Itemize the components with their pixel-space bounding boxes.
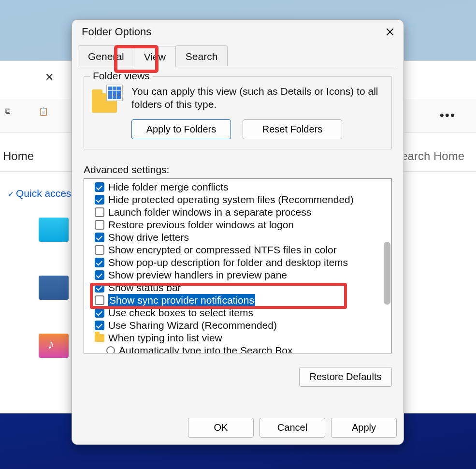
setting-label: Use Sharing Wizard (Recommended) (108, 319, 277, 332)
tab-search[interactable]: Search (175, 45, 228, 66)
setting-item[interactable]: Show sync provider notifications (95, 294, 390, 307)
setting-label: When typing into list view (108, 332, 222, 344)
folder-views-group: Folder views You can apply this view (su… (84, 76, 392, 149)
setting-item[interactable]: Show status bar (95, 281, 390, 294)
setting-label: Show preview handlers in preview pane (108, 269, 287, 281)
setting-item[interactable]: Automatically type into the Search Box (95, 344, 390, 353)
toolbar-icon[interactable]: 📋 (39, 107, 48, 116)
setting-item[interactable]: Launch folder windows in a separate proc… (95, 206, 390, 219)
setting-item[interactable]: Show preview handlers in preview pane (95, 269, 390, 281)
checkbox[interactable] (95, 195, 104, 205)
setting-label: Use check boxes to select items (108, 307, 253, 319)
setting-item[interactable]: When typing into list view (95, 332, 390, 344)
breadcrumb-home[interactable]: Home (3, 149, 34, 163)
setting-item[interactable]: Use Sharing Wizard (Recommended) (95, 319, 390, 332)
sidebar-folder-icon[interactable] (39, 276, 69, 300)
setting-label: Hide folder merge conflicts (108, 181, 229, 193)
checkbox[interactable] (95, 182, 104, 192)
dialog-buttons: OK Cancel Apply (72, 415, 404, 444)
apply-button[interactable]: Apply (331, 418, 397, 438)
title-bar: Folder Options (72, 20, 404, 44)
setting-item[interactable]: Use check boxes to select items (95, 307, 390, 319)
ok-button[interactable]: OK (188, 418, 254, 438)
setting-item[interactable]: Show pop-up description for folder and d… (95, 256, 390, 269)
checkbox[interactable] (95, 270, 104, 280)
folder-options-dialog: Folder Options General View Search Folde… (72, 19, 404, 445)
group-legend: Folder views (90, 70, 153, 82)
advanced-settings-list: Hide folder merge conflictsHide protecte… (84, 178, 392, 353)
setting-item[interactable]: Restore previous folder windows at logon (95, 219, 390, 231)
sidebar-item-quick-access[interactable]: Quick access (8, 188, 76, 199)
setting-label: Automatically type into the Search Box (119, 344, 293, 353)
setting-item[interactable]: Show encrypted or compressed NTFS files … (95, 244, 390, 256)
setting-label: Show sync provider notifications (108, 294, 255, 307)
dialog-title: Folder Options (82, 26, 380, 38)
close-button[interactable] (380, 22, 400, 42)
more-icon[interactable]: ••• (440, 108, 456, 123)
setting-label: Show drive letters (108, 231, 189, 244)
checkbox[interactable] (95, 283, 104, 293)
folder-icon (95, 334, 104, 342)
close-tab-icon[interactable]: ✕ (45, 71, 54, 84)
toolbar-icon[interactable]: ⧉ (5, 107, 10, 116)
setting-label: Launch folder windows in a separate proc… (108, 206, 311, 219)
checkbox[interactable] (95, 233, 104, 242)
tab-view[interactable]: View (134, 46, 176, 67)
setting-label: Show status bar (108, 281, 181, 294)
checkbox[interactable] (95, 207, 104, 217)
close-icon (386, 28, 394, 36)
sidebar-folder-icon[interactable] (39, 334, 69, 358)
radio[interactable] (106, 346, 115, 353)
sidebar-folder-icon[interactable] (39, 218, 69, 242)
checkbox[interactable] (95, 258, 104, 267)
checkbox[interactable] (95, 321, 104, 330)
reset-folders-button[interactable]: Reset Folders (243, 119, 342, 139)
setting-label: Show pop-up description for folder and d… (108, 256, 348, 269)
checkbox[interactable] (95, 308, 104, 318)
search-input[interactable]: Search Home (393, 149, 464, 163)
setting-item[interactable]: Show drive letters (95, 231, 390, 244)
checkbox[interactable] (95, 245, 104, 255)
cancel-button[interactable]: Cancel (260, 418, 325, 438)
folder-views-text: You can apply this view (such as Details… (131, 85, 384, 111)
folder-views-icon (92, 85, 123, 113)
setting-label: Restore previous folder windows at logon (108, 219, 294, 231)
tab-strip: General View Search (72, 44, 404, 66)
apply-to-folders-button[interactable]: Apply to Folders (131, 119, 231, 139)
restore-defaults-button[interactable]: Restore Defaults (299, 367, 392, 387)
tab-general[interactable]: General (78, 45, 134, 66)
setting-label: Show encrypted or compressed NTFS files … (108, 244, 337, 256)
setting-item[interactable]: Hide folder merge conflicts (95, 181, 390, 193)
scrollbar-thumb[interactable] (384, 242, 390, 305)
checkbox[interactable] (95, 295, 104, 305)
setting-label: Hide protected operating system files (R… (108, 193, 354, 206)
advanced-settings-label: Advanced settings: (84, 164, 392, 176)
checkbox[interactable] (95, 220, 104, 230)
setting-item[interactable]: Hide protected operating system files (R… (95, 193, 390, 206)
